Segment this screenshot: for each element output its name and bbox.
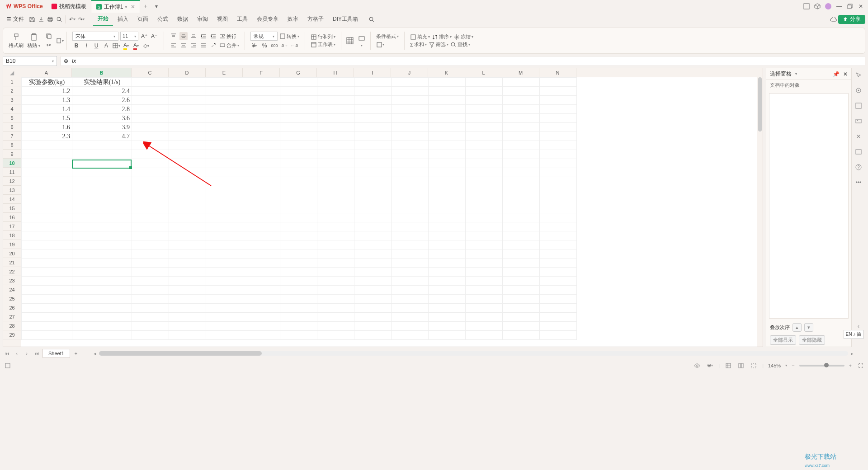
cell-I20[interactable] xyxy=(354,249,392,258)
cell-M4[interactable] xyxy=(503,105,540,114)
new-tab-button[interactable]: + xyxy=(140,1,151,12)
cell-G4[interactable] xyxy=(280,105,317,114)
cell-G25[interactable] xyxy=(280,295,317,304)
cell-N4[interactable] xyxy=(540,105,577,114)
row-header-17[interactable]: 17 xyxy=(3,222,21,231)
cell-A9[interactable] xyxy=(22,150,72,159)
cell-B28[interactable] xyxy=(72,322,132,331)
cell-H7[interactable] xyxy=(317,132,354,141)
cell-M27[interactable] xyxy=(503,313,540,322)
cell-D12[interactable] xyxy=(169,177,206,186)
cell-N23[interactable] xyxy=(540,277,577,286)
row-header-21[interactable]: 21 xyxy=(3,258,21,267)
cell-D15[interactable] xyxy=(169,204,206,213)
tab-workbook[interactable]: S 工作簿1 • ✕ xyxy=(91,0,141,13)
cell-D14[interactable] xyxy=(169,195,206,204)
cell-I27[interactable] xyxy=(354,313,392,322)
cell-D7[interactable] xyxy=(169,132,206,141)
cell-N9[interactable] xyxy=(540,150,577,159)
decrease-font-icon[interactable]: A⁻ xyxy=(150,32,158,40)
cell-A18[interactable] xyxy=(22,231,72,240)
cell-G13[interactable] xyxy=(280,186,317,195)
cell-D27[interactable] xyxy=(169,313,206,322)
cell-B7[interactable]: 4.7 xyxy=(72,132,132,141)
cell-C19[interactable] xyxy=(132,240,169,249)
cell-J17[interactable] xyxy=(392,222,429,231)
cell-I24[interactable] xyxy=(354,286,392,295)
cell-F1[interactable] xyxy=(243,78,280,87)
cell-F18[interactable] xyxy=(243,231,280,240)
cut-icon[interactable]: ✂ xyxy=(45,41,53,49)
export-icon[interactable] xyxy=(37,14,46,25)
cell-A10[interactable] xyxy=(22,159,72,168)
print-preview-icon[interactable] xyxy=(55,14,64,25)
cell-N18[interactable] xyxy=(540,231,577,240)
cell-B29[interactable] xyxy=(72,331,132,340)
cell-F24[interactable] xyxy=(243,286,280,295)
cell-N28[interactable] xyxy=(540,322,577,331)
col-header-D[interactable]: D xyxy=(169,68,206,77)
cell-J23[interactable] xyxy=(392,277,429,286)
cell-D23[interactable] xyxy=(169,277,206,286)
cell-F14[interactable] xyxy=(243,195,280,204)
cell-B5[interactable]: 3.6 xyxy=(72,114,132,123)
cell-G3[interactable] xyxy=(280,96,317,105)
cell-M9[interactable] xyxy=(503,150,540,159)
cell-K12[interactable] xyxy=(429,177,466,186)
cell-N6[interactable] xyxy=(540,123,577,132)
cell-D22[interactable] xyxy=(169,268,206,277)
spreadsheet-grid[interactable]: ◢ ABCDEFGHIJKLMN 12345678910111213141516… xyxy=(3,68,763,347)
cell-H6[interactable] xyxy=(317,123,354,132)
cell-M24[interactable] xyxy=(503,286,540,295)
cell-B17[interactable] xyxy=(72,222,132,231)
cell-H28[interactable] xyxy=(317,322,354,331)
cell-C7[interactable] xyxy=(132,132,169,141)
cell-I3[interactable] xyxy=(354,96,392,105)
cell-M28[interactable] xyxy=(503,322,540,331)
sort-button[interactable]: 排序▾ xyxy=(432,33,452,40)
cell-E24[interactable] xyxy=(206,286,243,295)
next-sheet-icon[interactable]: › xyxy=(23,349,31,357)
convert-button[interactable]: 转换▾ xyxy=(279,33,299,40)
cell-H26[interactable] xyxy=(317,304,354,313)
cell-C8[interactable] xyxy=(132,141,169,150)
cell-L7[interactable] xyxy=(466,132,503,141)
cell-L10[interactable] xyxy=(466,159,503,168)
cell-H14[interactable] xyxy=(317,195,354,204)
cell-E13[interactable] xyxy=(206,186,243,195)
col-header-F[interactable]: F xyxy=(243,68,280,77)
cell-J16[interactable] xyxy=(392,213,429,222)
cell-E25[interactable] xyxy=(206,295,243,304)
col-header-H[interactable]: H xyxy=(317,68,354,77)
row-header-16[interactable]: 16 xyxy=(3,213,21,222)
cell-E3[interactable] xyxy=(206,96,243,105)
cell-F6[interactable] xyxy=(243,123,280,132)
col-header-J[interactable]: J xyxy=(391,68,428,77)
menu-插入[interactable]: 插入 xyxy=(113,13,133,26)
cell-M8[interactable] xyxy=(503,141,540,150)
cell-A25[interactable] xyxy=(22,295,72,304)
cell-J6[interactable] xyxy=(392,123,429,132)
cell-E5[interactable] xyxy=(206,114,243,123)
cell-B16[interactable] xyxy=(72,213,132,222)
row-header-7[interactable]: 7 xyxy=(3,132,21,141)
cell-L9[interactable] xyxy=(466,150,503,159)
cell-K10[interactable] xyxy=(429,159,466,168)
row-header-15[interactable]: 15 xyxy=(3,204,21,213)
cell-N26[interactable] xyxy=(540,304,577,313)
cell-N12[interactable] xyxy=(540,177,577,186)
focus-icon[interactable]: ⊕ ▾ xyxy=(706,362,714,370)
menu-效率[interactable]: 效率 xyxy=(283,13,303,26)
cell-E19[interactable] xyxy=(206,240,243,249)
number-format-dropdown[interactable]: 常规▾ xyxy=(250,32,278,41)
cell-H12[interactable] xyxy=(317,177,354,186)
underline-icon[interactable]: U xyxy=(92,42,100,50)
cell-D3[interactable] xyxy=(169,96,206,105)
bold-icon[interactable]: B xyxy=(72,42,80,50)
cell-J1[interactable] xyxy=(392,78,429,87)
cell-N7[interactable] xyxy=(540,132,577,141)
freeze-button[interactable]: 冻结▾ xyxy=(453,33,473,40)
cell-E16[interactable] xyxy=(206,213,243,222)
cell-N3[interactable] xyxy=(540,96,577,105)
cell-F22[interactable] xyxy=(243,268,280,277)
